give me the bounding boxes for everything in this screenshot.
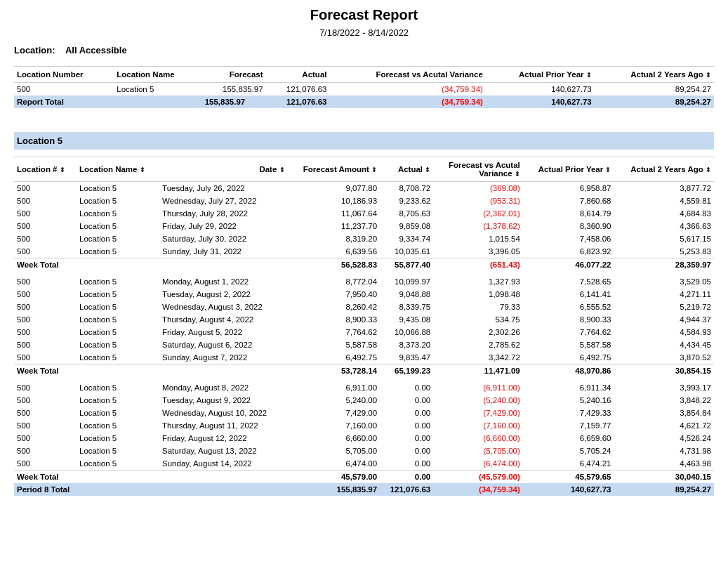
col-header-actual: Actual bbox=[266, 67, 330, 83]
cell-date: Tuesday, August 2, 2022 bbox=[159, 288, 288, 301]
table-row: 500 Location 5 Monday, August 8, 2022 6,… bbox=[14, 381, 714, 394]
cell-prior-year: 8,360.90 bbox=[523, 220, 614, 232]
cell-actual: 8,705.63 bbox=[380, 207, 433, 220]
cell-forecast: 7,429.00 bbox=[288, 407, 380, 419]
cell-name: Location 5 bbox=[77, 432, 159, 445]
summary-forecast: 155,835.97 bbox=[202, 83, 266, 96]
cell-prior-year: 7,458.06 bbox=[523, 232, 614, 245]
sort-icon-two-years[interactable]: ⇕ bbox=[706, 72, 711, 79]
cell-loc: 500 bbox=[14, 288, 77, 301]
cell-forecast: 7,160.00 bbox=[288, 419, 380, 432]
cell-forecast: 6,911.00 bbox=[288, 381, 380, 394]
cell-loc: 500 bbox=[14, 338, 77, 351]
cell-forecast: 9,077.80 bbox=[288, 181, 380, 195]
cell-loc: 500 bbox=[14, 351, 77, 364]
cell-loc: 500 bbox=[14, 419, 77, 432]
week-total-forecast: 56,528.83 bbox=[288, 258, 380, 271]
sort-icon-prior-year[interactable]: ⇕ bbox=[586, 72, 592, 79]
cell-loc: 500 bbox=[14, 207, 77, 220]
cell-date: Saturday, July 30, 2022 bbox=[159, 232, 288, 245]
table-row: 500 Location 5 Wednesday, July 27, 2022 … bbox=[14, 195, 714, 207]
cell-actual: 8,708.72 bbox=[380, 181, 433, 195]
cell-prior-year: 6,659.60 bbox=[523, 432, 614, 445]
location-label-text: Location: bbox=[14, 45, 55, 55]
summary-loc-num: 500 bbox=[14, 83, 114, 96]
cell-date: Monday, August 8, 2022 bbox=[159, 381, 288, 394]
cell-name: Location 5 bbox=[77, 445, 159, 457]
cell-prior-year: 7,764.62 bbox=[523, 326, 614, 338]
cell-name: Location 5 bbox=[77, 288, 159, 301]
cell-variance: 2,302.26 bbox=[433, 326, 523, 338]
report-total-two-years: 89,254.27 bbox=[595, 96, 714, 108]
sort-actual[interactable]: ⇕ bbox=[425, 166, 430, 173]
week-total-date bbox=[159, 470, 288, 483]
week-total-actual: 55,877.40 bbox=[380, 258, 433, 271]
detail-table: Location 5 Location # ⇕ Location Name ⇕ … bbox=[14, 132, 714, 496]
cell-loc: 500 bbox=[14, 301, 77, 313]
sort-loc-num[interactable]: ⇕ bbox=[60, 166, 65, 173]
cell-prior-year: 7,159.77 bbox=[523, 419, 614, 432]
cell-prior-year: 6,958.87 bbox=[523, 181, 614, 195]
cell-two-years: 4,526.24 bbox=[614, 432, 714, 445]
cell-loc: 500 bbox=[14, 381, 77, 394]
cell-prior-year: 6,141.41 bbox=[523, 288, 614, 301]
date-range: 7/18/2022 - 8/14/2022 bbox=[14, 27, 714, 38]
cell-date: Tuesday, August 9, 2022 bbox=[159, 394, 288, 407]
cell-name: Location 5 bbox=[77, 326, 159, 338]
cell-prior-year: 7,429.33 bbox=[523, 407, 614, 419]
cell-date: Sunday, August 14, 2022 bbox=[159, 457, 288, 470]
cell-two-years: 5,617.15 bbox=[614, 232, 714, 245]
cell-forecast: 5,587.58 bbox=[288, 338, 380, 351]
detail-col-prior-year: Actual Prior Year ⇕ bbox=[523, 157, 614, 181]
table-row: 500 Location 5 Tuesday, August 2, 2022 7… bbox=[14, 288, 714, 301]
cell-prior-year: 5,587.58 bbox=[523, 338, 614, 351]
table-row: 500 Location 5 Thursday, July 28, 2022 1… bbox=[14, 207, 714, 220]
cell-variance: (5,240.00) bbox=[433, 394, 523, 407]
period-total-date bbox=[159, 483, 288, 496]
cell-name: Location 5 bbox=[77, 245, 159, 258]
cell-variance: (6,911.00) bbox=[433, 381, 523, 394]
table-row: 500 Location 5 Saturday, July 30, 2022 8… bbox=[14, 232, 714, 245]
cell-variance: (7,160.00) bbox=[433, 419, 523, 432]
col-header-forecast: Forecast bbox=[202, 67, 266, 83]
week-total-forecast: 45,579.00 bbox=[288, 470, 380, 483]
cell-variance: (6,660.00) bbox=[433, 432, 523, 445]
cell-two-years: 4,731.98 bbox=[614, 445, 714, 457]
cell-name: Location 5 bbox=[77, 407, 159, 419]
cell-forecast: 5,705.00 bbox=[288, 445, 380, 457]
page-title: Forecast Report bbox=[14, 7, 714, 23]
sort-detail-two-years[interactable]: ⇕ bbox=[706, 166, 711, 173]
sort-forecast[interactable]: ⇕ bbox=[371, 166, 377, 173]
cell-prior-year: 7,528.65 bbox=[523, 275, 614, 288]
sort-detail-prior-year[interactable]: ⇕ bbox=[605, 166, 611, 173]
table-row: 500 Location 5 Friday, August 5, 2022 7,… bbox=[14, 326, 714, 338]
cell-date: Sunday, August 7, 2022 bbox=[159, 351, 288, 364]
table-row: 500 Location 5 Wednesday, August 3, 2022… bbox=[14, 301, 714, 313]
detail-col-loc-name: Location Name ⇕ bbox=[77, 157, 159, 181]
cell-date: Thursday, August 11, 2022 bbox=[159, 419, 288, 432]
summary-prior-year: 140,627.73 bbox=[486, 83, 595, 96]
cell-variance: (953.31) bbox=[433, 195, 523, 207]
sort-loc-name[interactable]: ⇕ bbox=[140, 166, 145, 173]
cell-two-years: 4,559.81 bbox=[614, 195, 714, 207]
week-total-label: Week Total bbox=[14, 258, 159, 271]
cell-two-years: 3,848.22 bbox=[614, 394, 714, 407]
table-row: 500 Location 5 Monday, August 1, 2022 8,… bbox=[14, 275, 714, 288]
section-header-row: Location 5 bbox=[14, 132, 714, 150]
cell-name: Location 5 bbox=[77, 220, 159, 232]
cell-name: Location 5 bbox=[77, 232, 159, 245]
detail-header-row: Location # ⇕ Location Name ⇕ Date ⇕ Fore… bbox=[14, 157, 714, 181]
col-header-variance: Forecast vs Acutal Variance bbox=[329, 67, 485, 83]
cell-actual: 9,435.08 bbox=[380, 313, 433, 326]
table-row: 500 Location 5 Tuesday, July 26, 2022 9,… bbox=[14, 181, 714, 195]
section-title: Location 5 bbox=[14, 132, 714, 150]
table-row: 500 Location 5 Sunday, August 14, 2022 6… bbox=[14, 457, 714, 470]
table-row: 500 Location 5 Sunday, August 7, 2022 6,… bbox=[14, 351, 714, 364]
col-header-prior-year: Actual Prior Year ⇕ bbox=[486, 67, 595, 83]
sort-date[interactable]: ⇕ bbox=[279, 166, 285, 173]
cell-actual: 9,048.88 bbox=[380, 288, 433, 301]
col-header-location-name: Location Name bbox=[114, 67, 201, 83]
period-total-label: Period 8 Total bbox=[14, 483, 159, 496]
sort-variance[interactable]: ⇕ bbox=[515, 171, 520, 178]
detail-col-loc-num: Location # ⇕ bbox=[14, 157, 77, 181]
